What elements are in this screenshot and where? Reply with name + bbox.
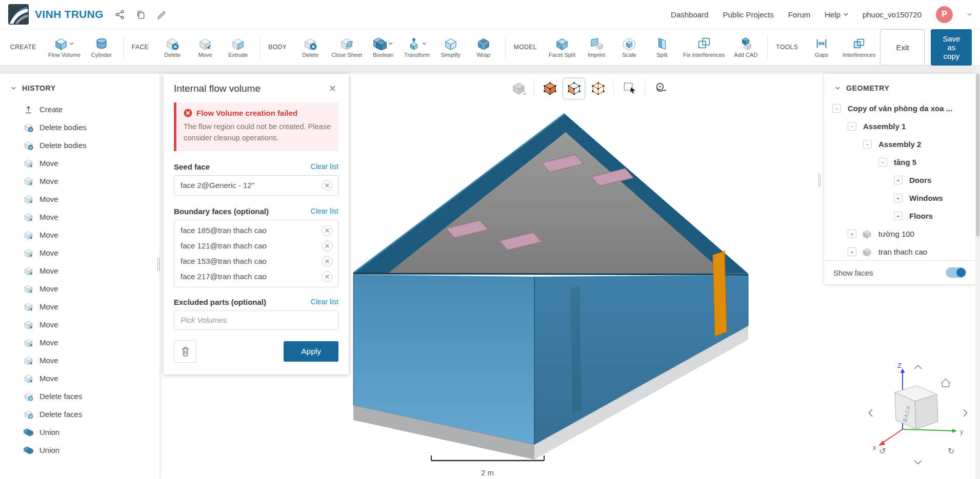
nav-dashboard[interactable]: Dashboard bbox=[671, 10, 708, 19]
remove-boundary-face-button[interactable] bbox=[322, 240, 333, 252]
seed-face-field[interactable]: face 2@Generic - 12" bbox=[174, 175, 338, 196]
selection-filter-volume[interactable] bbox=[538, 78, 561, 99]
history-item-union[interactable]: Union bbox=[0, 423, 159, 441]
expand-node-button[interactable]: + bbox=[894, 176, 903, 184]
building-model[interactable] bbox=[353, 114, 748, 460]
tree-item-t-ng-100[interactable]: +tường 100 bbox=[824, 225, 975, 243]
page-scrollbar[interactable] bbox=[975, 66, 980, 479]
chevron-down-icon[interactable] bbox=[388, 42, 393, 45]
tree-item-t-ng-5[interactable]: −tầng 5 bbox=[824, 153, 975, 171]
collapse-chevron-icon[interactable] bbox=[835, 87, 840, 90]
nav-public-projects[interactable]: Public Projects bbox=[723, 10, 773, 19]
history-item-move[interactable]: Move bbox=[0, 208, 159, 226]
history-item-move[interactable]: Move bbox=[0, 351, 159, 369]
view-cube[interactable]: BACK Z y x ↺ ↻ bbox=[869, 362, 967, 464]
nav-help[interactable]: Help bbox=[825, 10, 848, 19]
rotate-right-icon[interactable] bbox=[964, 409, 967, 416]
history-item-move[interactable]: Move bbox=[0, 298, 159, 316]
tree-item-floors[interactable]: +Floors bbox=[824, 207, 975, 225]
geometry-header[interactable]: GEOMETRY bbox=[824, 74, 975, 92]
chevron-down-icon[interactable] bbox=[422, 42, 427, 45]
tree-item-windows[interactable]: +Windows bbox=[824, 189, 975, 207]
avatar[interactable]: P bbox=[936, 6, 953, 23]
history-item-move[interactable]: Move bbox=[0, 190, 159, 208]
selection-filter-vertex[interactable] bbox=[587, 78, 609, 99]
tool-simplify[interactable]: Simplify bbox=[439, 36, 463, 58]
tool-move[interactable]: Move bbox=[193, 36, 217, 58]
close-icon[interactable]: ✕ bbox=[327, 82, 338, 95]
collapse-chevron-icon[interactable] bbox=[11, 87, 16, 90]
history-item-delete-bodies[interactable]: Delete bodies bbox=[0, 136, 159, 154]
box-select-tool[interactable] bbox=[618, 78, 641, 99]
tool-scale[interactable]: Scale bbox=[617, 36, 641, 58]
history-item-delete-faces[interactable]: Delete faces bbox=[0, 405, 159, 423]
tool-fix-interferences[interactable]: Fix interferences bbox=[683, 36, 725, 58]
tree-item-assembly-2[interactable]: −Assembly 2 bbox=[824, 135, 975, 153]
edit-icon[interactable] bbox=[157, 10, 167, 19]
history-item-delete-bodies[interactable]: Delete bodies bbox=[0, 118, 159, 136]
history-item-union[interactable]: Union bbox=[0, 441, 159, 459]
history-item-move[interactable]: Move bbox=[0, 316, 159, 334]
history-item-move[interactable]: Move bbox=[0, 369, 159, 387]
remove-boundary-face-button[interactable] bbox=[322, 256, 333, 267]
save-as-copy-button[interactable]: Save as copy bbox=[931, 29, 972, 66]
expand-node-button[interactable]: + bbox=[894, 194, 903, 202]
username[interactable]: phuoc_vo150720 bbox=[863, 10, 922, 19]
tree-item-copy-of-v-n-ph-ng-da-xoa[interactable]: −Copy of văn phòng da xoa ... bbox=[824, 99, 975, 117]
tool-cylinder[interactable]: Cylinder bbox=[90, 36, 113, 58]
history-item-move[interactable]: Move bbox=[0, 172, 159, 190]
history-item-move[interactable]: Move bbox=[0, 262, 159, 280]
tool-close-sheet[interactable]: Close Sheet bbox=[331, 36, 362, 58]
selection-filter-none[interactable] bbox=[507, 78, 530, 99]
tool-wrap[interactable]: Wrap bbox=[472, 36, 495, 58]
remove-boundary-face-button[interactable] bbox=[322, 225, 333, 236]
remove-seed-face-button[interactable] bbox=[322, 180, 333, 191]
expand-node-button[interactable]: + bbox=[848, 247, 856, 256]
rotate-left-icon[interactable] bbox=[869, 409, 873, 416]
chevron-down-icon[interactable] bbox=[69, 42, 74, 45]
tool-flow-volume[interactable]: Flow Volume bbox=[48, 36, 81, 58]
collapse-node-button[interactable]: − bbox=[878, 158, 887, 166]
account-chevron-icon[interactable] bbox=[967, 13, 972, 16]
clear-boundary-faces-link[interactable]: Clear list bbox=[311, 207, 338, 215]
nav-forum[interactable]: Forum bbox=[788, 10, 810, 19]
expand-node-button[interactable]: + bbox=[894, 212, 903, 220]
tool-imprint[interactable]: Imprint bbox=[585, 36, 608, 58]
tool-facet-split[interactable]: Facet Split bbox=[549, 36, 575, 58]
delete-operation-button[interactable] bbox=[174, 340, 196, 363]
collapse-node-button[interactable]: − bbox=[863, 140, 872, 149]
home-icon[interactable] bbox=[941, 379, 950, 387]
clear-excluded-parts-link[interactable]: Clear list bbox=[311, 298, 338, 306]
tree-item-tran-thach-cao[interactable]: +tran thach cao bbox=[824, 243, 975, 260]
tool-interferences[interactable]: Interferences bbox=[843, 36, 875, 58]
clear-seed-face-link[interactable]: Clear list bbox=[311, 162, 338, 171]
tool-split[interactable]: Split bbox=[650, 36, 674, 58]
history-item-delete-faces[interactable]: Delete faces bbox=[0, 387, 159, 405]
tool-transform[interactable]: Transform bbox=[404, 36, 430, 58]
remove-boundary-face-button[interactable] bbox=[322, 271, 333, 282]
tool-add-cad[interactable]: Add CAD bbox=[734, 36, 757, 58]
history-item-move[interactable]: Move bbox=[0, 334, 159, 351]
tool-delete[interactable]: Delete bbox=[161, 36, 184, 58]
panel-resize-handle[interactable] bbox=[156, 258, 161, 271]
tool-boolean[interactable]: Boolean bbox=[371, 36, 395, 58]
apply-button[interactable]: Apply bbox=[284, 341, 338, 362]
measure-tool[interactable] bbox=[649, 78, 672, 99]
scrollbar-thumb[interactable] bbox=[976, 74, 979, 237]
history-item-create[interactable]: Create bbox=[0, 100, 159, 118]
tool-delete[interactable]: Delete bbox=[298, 36, 322, 58]
history-item-move[interactable]: Move bbox=[0, 154, 159, 172]
history-item-move[interactable]: Move bbox=[0, 244, 159, 262]
excluded-parts-input[interactable] bbox=[174, 316, 338, 324]
history-item-move[interactable]: Move bbox=[0, 226, 159, 244]
expand-node-button[interactable]: + bbox=[848, 230, 856, 238]
rotate-down-icon[interactable] bbox=[914, 461, 922, 464]
history-item-move[interactable]: Move bbox=[0, 280, 159, 298]
share-icon[interactable] bbox=[115, 10, 125, 19]
tool-extrude[interactable]: Extrude bbox=[226, 36, 250, 58]
roll-cw-icon[interactable]: ↻ bbox=[948, 446, 954, 456]
tree-item-assembly-1[interactable]: −Assembly 1 bbox=[824, 117, 975, 135]
selection-filter-face[interactable] bbox=[563, 78, 585, 99]
rotate-up-icon[interactable] bbox=[914, 366, 922, 369]
panel-resize-handle[interactable] bbox=[817, 174, 822, 187]
